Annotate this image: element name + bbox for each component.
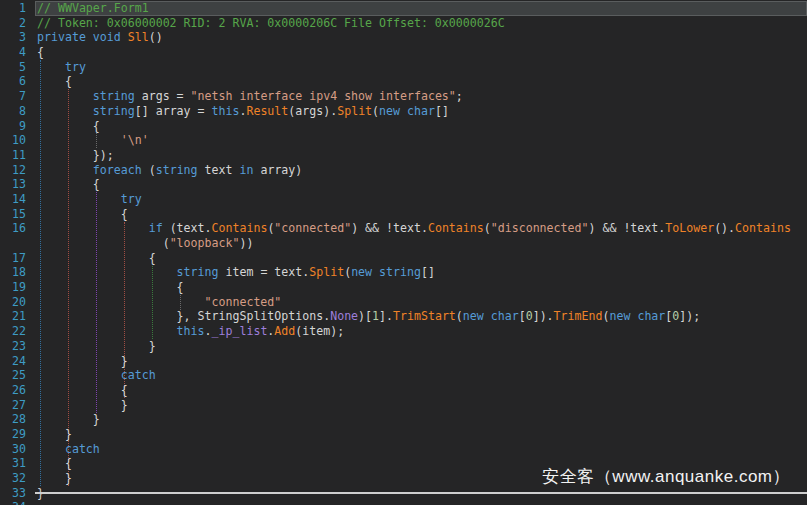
token-str: "netsh interface ipv4 show interfaces" [191, 89, 456, 103]
code-line-34[interactable]: 34 [0, 500, 807, 505]
code-line-3[interactable]: 3private void Sll() [0, 30, 807, 45]
code-line-text: string[] array = this.Result(args).Split… [35, 104, 807, 119]
token-pln: [ [519, 309, 526, 323]
code-line-28[interactable]: 28 } [0, 412, 807, 427]
code-line-text [35, 500, 807, 505]
token-mth: TrimStart [393, 309, 456, 323]
code-line-8[interactable]: 8 string[] array = this.Result(args).Spl… [0, 104, 807, 119]
token-pln: item = text. [219, 265, 310, 279]
token-kw: string [177, 265, 219, 279]
token-pln: ) && !text. [588, 221, 665, 235]
code-line-26[interactable]: 26 { [0, 383, 807, 398]
code-line-17[interactable]: 17 { [0, 251, 807, 266]
line-number: 30 [0, 442, 26, 457]
line-number: 15 [0, 207, 26, 222]
token-pln [37, 265, 177, 279]
code-line-13[interactable]: 13 { [0, 177, 807, 192]
token-mth: Add [274, 324, 295, 338]
token-pln [37, 324, 177, 338]
token-pln [37, 163, 93, 177]
token-pln: )) [239, 236, 253, 250]
code-line-text: { [35, 251, 807, 266]
token-pln: ]). [533, 309, 554, 323]
code-line-19[interactable]: 19 { [0, 280, 807, 295]
code-line-text: } [35, 398, 807, 413]
code-line-text: string args = "netsh interface ipv4 show… [35, 89, 807, 104]
code-line-6[interactable]: 6 { [0, 74, 807, 89]
line-number [0, 236, 26, 251]
code-line-text: '\n' [35, 133, 807, 148]
code-line-text: } [35, 412, 807, 427]
token-fld: _ip_list [212, 324, 268, 338]
token-kw: try [121, 192, 142, 206]
code-line-25[interactable]: 25 catch [0, 368, 807, 383]
line-number: 24 [0, 354, 26, 369]
code-line-2[interactable]: 2// Token: 0x06000002 RID: 2 RVA: 0x0000… [0, 16, 807, 31]
line-number: 34 [0, 500, 26, 505]
code-line-7[interactable]: 7 string args = "netsh interface ipv4 sh… [0, 89, 807, 104]
token-pln: { [37, 177, 100, 191]
token-pln: } [37, 427, 72, 441]
code-line-wrap[interactable]: ("loopback")) [0, 236, 807, 251]
token-pln: } [37, 398, 128, 412]
line-number: 7 [0, 89, 26, 104]
token-pln [37, 133, 121, 147]
token-pln: (). [714, 221, 735, 235]
token-pln: [] array = [135, 104, 212, 118]
token-pln [121, 30, 128, 44]
code-line-1[interactable]: 1// WWVaper.Form1 [0, 1, 807, 16]
token-pln: }, StringSplitOptions. [37, 309, 330, 323]
line-number: 19 [0, 280, 26, 295]
line-number: 5 [0, 60, 26, 75]
token-fld: None [330, 309, 358, 323]
code-line-text: } [35, 354, 807, 369]
line-number: 20 [0, 295, 26, 310]
token-mth: Sll [128, 30, 149, 44]
code-line-15[interactable]: 15 { [0, 207, 807, 222]
token-kw: char [637, 309, 665, 323]
token-kw: this [177, 324, 205, 338]
line-number: 2 [0, 16, 26, 31]
code-line-14[interactable]: 14 try [0, 192, 807, 207]
code-line-18[interactable]: 18 string item = text.Split(new string[] [0, 265, 807, 280]
code-line-12[interactable]: 12 foreach (string text in array) [0, 163, 807, 178]
code-line-text: }); [35, 148, 807, 163]
token-pln: ]); [679, 309, 700, 323]
code-line-21[interactable]: 21 }, StringSplitOptions.None)[1].TrimSt… [0, 309, 807, 324]
token-kw: string [156, 163, 198, 177]
token-pln: { [37, 207, 128, 221]
token-kw: new [609, 309, 630, 323]
code-line-22[interactable]: 22 this._ip_list.Add(item); [0, 324, 807, 339]
line-number: 26 [0, 383, 26, 398]
code-line-5[interactable]: 5 try [0, 60, 807, 75]
token-pln [37, 104, 93, 118]
line-number: 1 [0, 1, 26, 16]
token-pln: ; [456, 89, 463, 103]
code-line-16[interactable]: 16 if (text.Contains("connected") && !te… [0, 221, 807, 236]
code-line-30[interactable]: 30 catch [0, 442, 807, 457]
code-line-10[interactable]: 10 '\n' [0, 133, 807, 148]
code-line-11[interactable]: 11 }); [0, 148, 807, 163]
code-line-text: { [35, 74, 807, 89]
code-line-29[interactable]: 29 } [0, 427, 807, 442]
token-pln: ( [456, 309, 463, 323]
code-line-text: if (text.Contains("connected") && !text.… [35, 221, 807, 236]
token-mth: Contains [428, 221, 484, 235]
code-line-4[interactable]: 4{ [0, 45, 807, 60]
decompiler-code-view: 1// WWVaper.Form12// Token: 0x06000002 R… [0, 0, 807, 505]
token-pln: { [37, 456, 72, 470]
token-pln: [] [435, 104, 449, 118]
code-line-9[interactable]: 9 { [0, 119, 807, 134]
code-line-23[interactable]: 23 } [0, 339, 807, 354]
code-line-24[interactable]: 24 } [0, 354, 807, 369]
token-kw: char [407, 104, 435, 118]
line-number: 32 [0, 471, 26, 486]
code-line-text: { [35, 207, 807, 222]
token-pln [37, 192, 121, 206]
line-number: 18 [0, 265, 26, 280]
token-kw: in [239, 163, 253, 177]
code-line-27[interactable]: 27 } [0, 398, 807, 413]
code-line-20[interactable]: 20 "connected" [0, 295, 807, 310]
line-number: 21 [0, 309, 26, 324]
code-line-text: // WWVaper.Form1 [35, 1, 807, 16]
